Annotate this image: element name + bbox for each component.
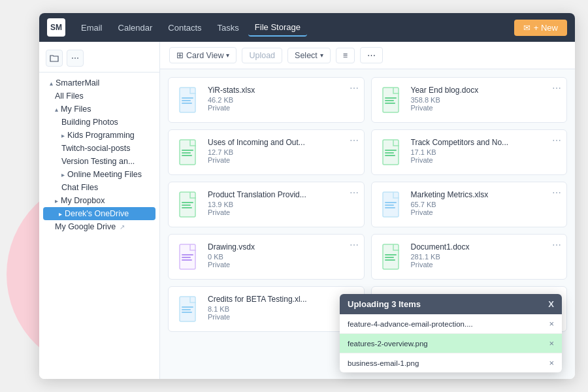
file-toolbar: ⊞ Card View ▾ Upload Select ▾ ≡ ⋯ <box>160 42 575 69</box>
file-menu-icon[interactable]: ⋯ <box>350 240 359 250</box>
sidebar-item-dropbox[interactable]: ▸ My Dropbox <box>39 194 159 207</box>
svg-rect-22 <box>385 204 394 206</box>
file-type-icon <box>381 190 404 219</box>
sidebar-folder-icon[interactable] <box>46 50 63 67</box>
file-name: Credits for BETA Testing.xl... <box>208 295 356 304</box>
file-size: 0 KB <box>208 253 356 261</box>
file-type-icon <box>178 138 201 167</box>
file-card[interactable]: YiR-stats.xlsx 46.2 KB Private ⋯ <box>168 77 365 123</box>
svg-rect-35 <box>182 312 192 313</box>
svg-rect-29 <box>385 254 397 255</box>
nav-email[interactable]: Email <box>74 20 109 36</box>
card-view-button[interactable]: ⊞ Card View ▾ <box>169 47 237 63</box>
upload-panel: Uploading 3 Items X feature-4-advance-em… <box>340 294 562 372</box>
file-size: 13.9 KB <box>208 201 356 208</box>
sidebar-item-onedrive[interactable]: ▸ Derek's OneDrive <box>43 207 155 220</box>
upload-cancel-2[interactable]: × <box>549 338 554 348</box>
file-menu-icon[interactable]: ⋯ <box>552 83 561 93</box>
sidebar: ⋯ ▴ SmarterMail All Files ▴ My Files Bui… <box>39 42 160 379</box>
svg-rect-21 <box>385 202 397 203</box>
file-name: Year End blog.docx <box>411 86 559 95</box>
file-menu-icon[interactable]: ⋯ <box>552 188 561 198</box>
upload-cancel-3[interactable]: × <box>549 358 554 368</box>
sidebar-item-chatfiles[interactable]: Chat Files <box>39 181 159 194</box>
more-options-button[interactable]: ⋯ <box>360 47 383 63</box>
file-name: Drawing.vsdx <box>208 242 356 252</box>
upload-header: Uploading 3 Items X <box>340 294 562 314</box>
file-card[interactable]: Marketing Metrics.xlsx 65.7 KB Private ⋯ <box>371 182 568 227</box>
upload-filename-3: business-email-1.png <box>348 359 419 367</box>
file-card[interactable]: Product Translation Provid... 13.9 KB Pr… <box>168 182 365 227</box>
svg-rect-13 <box>385 150 397 151</box>
file-name: Uses of Incoming and Out... <box>208 138 356 147</box>
svg-rect-6 <box>385 100 394 101</box>
sort-icon: ≡ <box>343 51 348 60</box>
sidebar-item-onlinemeeting[interactable]: ▸ Online Meeting Files <box>39 168 159 181</box>
app-logo: SM <box>47 18 65 37</box>
sidebar-item-googledrive[interactable]: My Google Drive ↗ <box>39 220 159 233</box>
file-card[interactable]: Document1.docx 281.1 KB Private ⋯ <box>371 234 568 280</box>
select-button[interactable]: Select ▾ <box>287 48 331 63</box>
sidebar-item-kidsprogramming[interactable]: ▸ Kids Programming <box>39 129 159 142</box>
file-name: Product Translation Provid... <box>208 190 356 199</box>
file-type-icon <box>178 295 201 323</box>
grid-icon: ⊞ <box>176 50 184 60</box>
external-link-icon: ↗ <box>120 223 125 231</box>
file-menu-icon[interactable]: ⋯ <box>350 83 359 93</box>
sidebar-item-twitch[interactable]: Twitch-social-posts <box>39 142 159 155</box>
arrow-icon: ▸ <box>55 197 58 204</box>
file-info: Uses of Incoming and Out... 12.7 KB Priv… <box>208 138 356 164</box>
svg-rect-23 <box>385 207 395 208</box>
svg-rect-19 <box>182 207 192 208</box>
nav-filestorage[interactable]: File Storage <box>248 19 307 37</box>
file-card[interactable]: Credits for BETA Testing.xl... 8.1 KB Pr… <box>168 286 365 332</box>
nav-contacts[interactable]: Contacts <box>161 20 208 36</box>
upload-close-button[interactable]: X <box>548 299 554 309</box>
upload-filename-2: features-2-overview.png <box>348 340 428 348</box>
svg-rect-10 <box>182 152 191 154</box>
sidebar-item-versiontesting[interactable]: Version Testing an... <box>39 155 159 168</box>
chevron-down-icon: ▾ <box>320 52 323 59</box>
file-type-icon <box>381 86 404 114</box>
file-size: 12.7 KB <box>208 148 356 156</box>
file-card[interactable]: Year End blog.docx 358.8 KB Private ⋯ <box>371 77 568 123</box>
nav-calendar[interactable]: Calendar <box>112 20 159 36</box>
file-type-icon <box>178 86 201 114</box>
sidebar-more-icon[interactable]: ⋯ <box>67 50 84 67</box>
file-size: 281.1 KB <box>411 253 559 261</box>
upload-button[interactable]: Upload <box>242 48 282 63</box>
svg-rect-27 <box>182 259 192 261</box>
file-name: Document1.docx <box>411 242 559 252</box>
new-button[interactable]: ✉ + New <box>514 20 567 36</box>
svg-rect-33 <box>182 306 193 308</box>
svg-rect-5 <box>385 97 397 99</box>
chevron-down-icon: ▾ <box>226 52 229 59</box>
sort-button[interactable]: ≡ <box>336 48 355 63</box>
file-menu-icon[interactable]: ⋯ <box>350 135 359 146</box>
arrow-icon: ▴ <box>50 80 53 87</box>
svg-rect-26 <box>182 257 191 258</box>
sidebar-item-myfiles[interactable]: ▴ My Files <box>39 103 159 116</box>
file-card[interactable]: Track Competitors and No... 17.1 KB Priv… <box>371 129 568 175</box>
sidebar-item-allfiles[interactable]: All Files <box>39 90 159 103</box>
sidebar-item-buildingphotos[interactable]: Building Photos <box>39 116 159 129</box>
file-card[interactable]: Uses of Incoming and Out... 12.7 KB Priv… <box>168 129 365 175</box>
file-privacy: Private <box>411 261 559 269</box>
svg-rect-9 <box>182 150 193 151</box>
sidebar-item-smartermail[interactable]: ▴ SmarterMail <box>39 76 159 90</box>
arrow-icon: ▸ <box>59 210 62 218</box>
svg-rect-11 <box>182 155 192 156</box>
file-info: Year End blog.docx 358.8 KB Private <box>411 86 559 112</box>
arrow-icon: ▸ <box>61 171 65 178</box>
upload-cancel-1[interactable]: × <box>549 319 554 329</box>
file-card[interactable]: Drawing.vsdx 0 KB Private ⋯ <box>168 234 365 280</box>
file-menu-icon[interactable]: ⋯ <box>552 240 561 250</box>
file-menu-icon[interactable]: ⋯ <box>350 188 359 198</box>
file-info: Track Competitors and No... 17.1 KB Priv… <box>411 138 559 164</box>
nav-tasks[interactable]: Tasks <box>211 20 246 36</box>
file-privacy: Private <box>208 156 356 164</box>
navbar: SM Email Calendar Contacts Tasks File St… <box>39 13 575 42</box>
file-privacy: Private <box>208 313 356 321</box>
file-menu-icon[interactable]: ⋯ <box>552 135 561 146</box>
nav-bar: Email Calendar Contacts Tasks File Stora… <box>74 19 514 37</box>
